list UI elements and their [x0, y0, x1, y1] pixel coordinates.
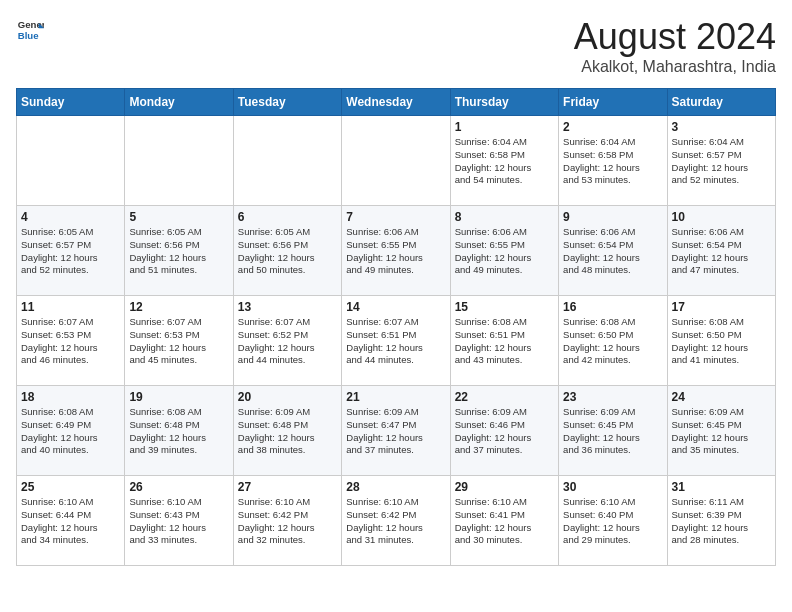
day-number: 19 — [129, 390, 228, 404]
day-info: Sunrise: 6:09 AM Sunset: 6:46 PM Dayligh… — [455, 406, 554, 457]
calendar-cell — [233, 116, 341, 206]
day-info: Sunrise: 6:05 AM Sunset: 6:57 PM Dayligh… — [21, 226, 120, 277]
calendar-cell: 6Sunrise: 6:05 AM Sunset: 6:56 PM Daylig… — [233, 206, 341, 296]
calendar-cell: 11Sunrise: 6:07 AM Sunset: 6:53 PM Dayli… — [17, 296, 125, 386]
calendar-title: August 2024 — [574, 16, 776, 58]
logo-icon: General Blue — [16, 16, 44, 44]
day-number: 4 — [21, 210, 120, 224]
day-info: Sunrise: 6:04 AM Sunset: 6:57 PM Dayligh… — [672, 136, 771, 187]
calendar-week-4: 18Sunrise: 6:08 AM Sunset: 6:49 PM Dayli… — [17, 386, 776, 476]
calendar-cell: 24Sunrise: 6:09 AM Sunset: 6:45 PM Dayli… — [667, 386, 775, 476]
day-info: Sunrise: 6:05 AM Sunset: 6:56 PM Dayligh… — [129, 226, 228, 277]
calendar-cell: 12Sunrise: 6:07 AM Sunset: 6:53 PM Dayli… — [125, 296, 233, 386]
day-number: 5 — [129, 210, 228, 224]
calendar-cell: 18Sunrise: 6:08 AM Sunset: 6:49 PM Dayli… — [17, 386, 125, 476]
calendar-cell: 4Sunrise: 6:05 AM Sunset: 6:57 PM Daylig… — [17, 206, 125, 296]
calendar-cell: 29Sunrise: 6:10 AM Sunset: 6:41 PM Dayli… — [450, 476, 558, 566]
calendar-week-3: 11Sunrise: 6:07 AM Sunset: 6:53 PM Dayli… — [17, 296, 776, 386]
calendar-cell: 15Sunrise: 6:08 AM Sunset: 6:51 PM Dayli… — [450, 296, 558, 386]
calendar-cell: 13Sunrise: 6:07 AM Sunset: 6:52 PM Dayli… — [233, 296, 341, 386]
title-block: August 2024 Akalkot, Maharashtra, India — [574, 16, 776, 76]
calendar-cell: 7Sunrise: 6:06 AM Sunset: 6:55 PM Daylig… — [342, 206, 450, 296]
day-number: 1 — [455, 120, 554, 134]
day-info: Sunrise: 6:09 AM Sunset: 6:48 PM Dayligh… — [238, 406, 337, 457]
day-number: 10 — [672, 210, 771, 224]
calendar-cell: 20Sunrise: 6:09 AM Sunset: 6:48 PM Dayli… — [233, 386, 341, 476]
logo: General Blue — [16, 16, 44, 44]
day-info: Sunrise: 6:10 AM Sunset: 6:43 PM Dayligh… — [129, 496, 228, 547]
day-number: 21 — [346, 390, 445, 404]
calendar-cell: 31Sunrise: 6:11 AM Sunset: 6:39 PM Dayli… — [667, 476, 775, 566]
calendar-week-1: 1Sunrise: 6:04 AM Sunset: 6:58 PM Daylig… — [17, 116, 776, 206]
calendar-cell: 8Sunrise: 6:06 AM Sunset: 6:55 PM Daylig… — [450, 206, 558, 296]
day-info: Sunrise: 6:09 AM Sunset: 6:45 PM Dayligh… — [672, 406, 771, 457]
day-number: 6 — [238, 210, 337, 224]
day-info: Sunrise: 6:09 AM Sunset: 6:47 PM Dayligh… — [346, 406, 445, 457]
day-number: 13 — [238, 300, 337, 314]
day-info: Sunrise: 6:10 AM Sunset: 6:41 PM Dayligh… — [455, 496, 554, 547]
day-number: 7 — [346, 210, 445, 224]
day-info: Sunrise: 6:08 AM Sunset: 6:48 PM Dayligh… — [129, 406, 228, 457]
svg-text:Blue: Blue — [18, 30, 39, 41]
day-info: Sunrise: 6:07 AM Sunset: 6:51 PM Dayligh… — [346, 316, 445, 367]
day-number: 14 — [346, 300, 445, 314]
day-info: Sunrise: 6:08 AM Sunset: 6:49 PM Dayligh… — [21, 406, 120, 457]
header-sunday: Sunday — [17, 89, 125, 116]
day-info: Sunrise: 6:10 AM Sunset: 6:40 PM Dayligh… — [563, 496, 662, 547]
calendar-subtitle: Akalkot, Maharashtra, India — [574, 58, 776, 76]
header-monday: Monday — [125, 89, 233, 116]
calendar-cell: 22Sunrise: 6:09 AM Sunset: 6:46 PM Dayli… — [450, 386, 558, 476]
day-number: 16 — [563, 300, 662, 314]
day-info: Sunrise: 6:04 AM Sunset: 6:58 PM Dayligh… — [455, 136, 554, 187]
calendar-cell: 28Sunrise: 6:10 AM Sunset: 6:42 PM Dayli… — [342, 476, 450, 566]
calendar-cell: 23Sunrise: 6:09 AM Sunset: 6:45 PM Dayli… — [559, 386, 667, 476]
calendar-table: SundayMondayTuesdayWednesdayThursdayFrid… — [16, 88, 776, 566]
calendar-cell: 5Sunrise: 6:05 AM Sunset: 6:56 PM Daylig… — [125, 206, 233, 296]
calendar-cell: 27Sunrise: 6:10 AM Sunset: 6:42 PM Dayli… — [233, 476, 341, 566]
day-info: Sunrise: 6:10 AM Sunset: 6:42 PM Dayligh… — [238, 496, 337, 547]
calendar-cell: 14Sunrise: 6:07 AM Sunset: 6:51 PM Dayli… — [342, 296, 450, 386]
day-number: 23 — [563, 390, 662, 404]
header-friday: Friday — [559, 89, 667, 116]
day-number: 25 — [21, 480, 120, 494]
day-info: Sunrise: 6:04 AM Sunset: 6:58 PM Dayligh… — [563, 136, 662, 187]
calendar-week-2: 4Sunrise: 6:05 AM Sunset: 6:57 PM Daylig… — [17, 206, 776, 296]
day-info: Sunrise: 6:06 AM Sunset: 6:54 PM Dayligh… — [672, 226, 771, 277]
day-number: 11 — [21, 300, 120, 314]
day-info: Sunrise: 6:08 AM Sunset: 6:51 PM Dayligh… — [455, 316, 554, 367]
day-number: 18 — [21, 390, 120, 404]
day-info: Sunrise: 6:11 AM Sunset: 6:39 PM Dayligh… — [672, 496, 771, 547]
calendar-cell — [125, 116, 233, 206]
day-info: Sunrise: 6:05 AM Sunset: 6:56 PM Dayligh… — [238, 226, 337, 277]
day-number: 22 — [455, 390, 554, 404]
calendar-cell: 17Sunrise: 6:08 AM Sunset: 6:50 PM Dayli… — [667, 296, 775, 386]
calendar-cell: 9Sunrise: 6:06 AM Sunset: 6:54 PM Daylig… — [559, 206, 667, 296]
day-number: 15 — [455, 300, 554, 314]
calendar-cell — [17, 116, 125, 206]
day-number: 8 — [455, 210, 554, 224]
calendar-header-row: SundayMondayTuesdayWednesdayThursdayFrid… — [17, 89, 776, 116]
day-info: Sunrise: 6:07 AM Sunset: 6:52 PM Dayligh… — [238, 316, 337, 367]
page-header: General Blue August 2024 Akalkot, Mahara… — [16, 16, 776, 76]
day-number: 31 — [672, 480, 771, 494]
day-info: Sunrise: 6:10 AM Sunset: 6:44 PM Dayligh… — [21, 496, 120, 547]
day-info: Sunrise: 6:08 AM Sunset: 6:50 PM Dayligh… — [672, 316, 771, 367]
calendar-cell: 25Sunrise: 6:10 AM Sunset: 6:44 PM Dayli… — [17, 476, 125, 566]
day-number: 17 — [672, 300, 771, 314]
calendar-cell: 19Sunrise: 6:08 AM Sunset: 6:48 PM Dayli… — [125, 386, 233, 476]
day-info: Sunrise: 6:09 AM Sunset: 6:45 PM Dayligh… — [563, 406, 662, 457]
day-number: 26 — [129, 480, 228, 494]
day-number: 3 — [672, 120, 771, 134]
day-info: Sunrise: 6:08 AM Sunset: 6:50 PM Dayligh… — [563, 316, 662, 367]
day-info: Sunrise: 6:07 AM Sunset: 6:53 PM Dayligh… — [21, 316, 120, 367]
day-number: 29 — [455, 480, 554, 494]
calendar-cell — [342, 116, 450, 206]
calendar-cell: 21Sunrise: 6:09 AM Sunset: 6:47 PM Dayli… — [342, 386, 450, 476]
calendar-cell: 30Sunrise: 6:10 AM Sunset: 6:40 PM Dayli… — [559, 476, 667, 566]
calendar-week-5: 25Sunrise: 6:10 AM Sunset: 6:44 PM Dayli… — [17, 476, 776, 566]
header-saturday: Saturday — [667, 89, 775, 116]
header-thursday: Thursday — [450, 89, 558, 116]
day-number: 28 — [346, 480, 445, 494]
day-number: 2 — [563, 120, 662, 134]
calendar-cell: 3Sunrise: 6:04 AM Sunset: 6:57 PM Daylig… — [667, 116, 775, 206]
